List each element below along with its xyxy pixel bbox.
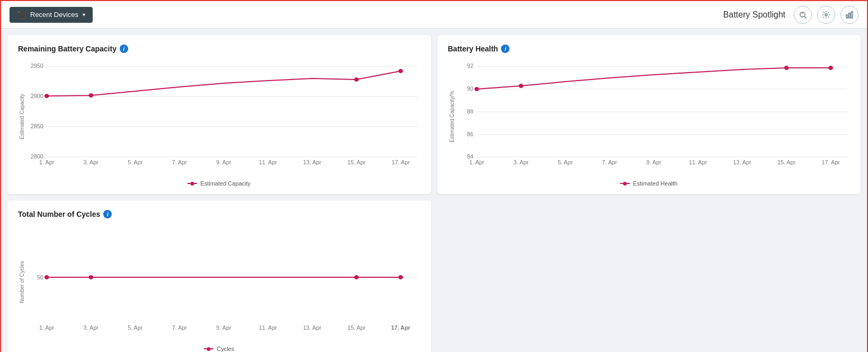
svg-text:17. Apr: 17. Apr [391,160,410,165]
battery-health-legend: Estimated Health [448,180,851,187]
recent-devices-label: Recent Devices [30,11,78,19]
svg-text:84: 84 [467,154,473,160]
svg-point-51 [828,66,833,70]
svg-text:13. Apr: 13. Apr [733,160,751,165]
svg-text:11. Apr: 11. Apr [259,325,278,331]
svg-point-2 [825,14,827,16]
svg-text:1. Apr: 1. Apr [39,160,55,165]
battery-health-info-icon[interactable]: i [501,45,509,53]
svg-text:15. Apr: 15. Apr [347,325,366,331]
svg-point-67 [398,275,403,279]
header: ⬛ Recent Devices ▾ Battery Spotlight [1,1,867,29]
svg-text:88: 88 [467,109,473,115]
remaining-capacity-title: Remaining Battery Capacity i [18,45,420,53]
svg-text:Estimated Capacity/%: Estimated Capacity/% [449,91,454,143]
svg-text:7. Apr: 7. Apr [172,325,187,331]
svg-point-27 [398,69,403,73]
svg-point-24 [44,94,49,98]
remaining-capacity-legend: Estimated Capacity [18,180,420,187]
svg-point-26 [354,77,359,82]
svg-point-50 [784,66,789,70]
battery-spotlight-title: Battery Spotlight [723,10,785,20]
svg-text:Number of Cycles: Number of Cycles [19,261,24,303]
svg-point-66 [354,275,359,279]
total-cycles-info-icon[interactable]: i [103,210,112,218]
svg-text:3. Apr: 3. Apr [84,160,99,165]
svg-text:11. Apr: 11. Apr [259,160,278,165]
svg-text:5. Apr: 5. Apr [128,325,143,331]
svg-text:9. Apr: 9. Apr [216,325,231,331]
recent-devices-button[interactable]: ⬛ Recent Devices ▾ [10,7,93,23]
svg-point-49 [518,84,523,88]
svg-point-65 [88,275,93,279]
svg-text:17. Apr: 17. Apr [821,160,840,165]
svg-text:11. Apr: 11. Apr [688,160,707,165]
svg-text:9. Apr: 9. Apr [646,160,661,165]
svg-text:2800: 2800 [31,154,43,160]
header-right: Battery Spotlight [723,6,858,24]
svg-point-64 [44,275,49,279]
total-cycles-svg: Number of Cycles 50 1. Apr 3. Apr 5. Apr… [18,224,420,340]
battery-health-chart-area: Estimated Capacity/% 92 90 88 86 84 1. A… [448,58,851,177]
remaining-capacity-info-icon[interactable]: i [120,45,128,53]
svg-text:9. Apr: 9. Apr [216,160,231,165]
svg-rect-4 [849,13,851,17]
svg-text:1. Apr: 1. Apr [39,325,55,331]
remaining-capacity-svg: Estimated Capacity 2950 2900 2850 2800 1… [18,58,420,175]
svg-text:5. Apr: 5. Apr [558,160,573,165]
svg-text:3. Apr: 3. Apr [84,325,99,331]
svg-text:Estimated Capacity: Estimated Capacity [19,93,24,139]
search-icon [799,11,807,19]
svg-point-48 [474,87,479,91]
svg-text:7. Apr: 7. Apr [602,160,617,165]
bar-chart-icon [845,11,854,19]
svg-text:3. Apr: 3. Apr [513,160,529,165]
svg-text:50: 50 [37,275,43,280]
svg-point-25 [88,93,93,98]
svg-text:1. Apr: 1. Apr [469,160,485,165]
device-icon: ⬛ [17,11,26,19]
svg-text:92: 92 [467,63,473,69]
settings-icon-button[interactable] [817,6,835,24]
settings-icon [822,11,830,19]
chevron-down-icon: ▾ [83,12,85,17]
remaining-capacity-chart-area: Estimated Capacity 2950 2900 2850 2800 1… [18,58,420,177]
svg-text:2850: 2850 [31,124,43,129]
total-cycles-title: Total Number of Cycles i [18,210,420,218]
battery-health-title: Battery Health i [448,45,851,53]
empty-card [437,200,861,352]
chart-icon-button[interactable] [840,6,858,24]
total-cycles-legend: Cycles [18,346,420,352]
svg-text:15. Apr: 15. Apr [777,160,795,165]
battery-health-svg: Estimated Capacity/% 92 90 88 86 84 1. A… [448,58,851,175]
svg-rect-5 [851,12,853,18]
svg-text:86: 86 [467,131,473,137]
svg-text:13. Apr: 13. Apr [303,325,321,331]
search-icon-button[interactable] [794,6,812,24]
svg-text:2900: 2900 [31,93,43,99]
svg-text:17. Apr: 17. Apr [391,325,410,331]
svg-text:15. Apr: 15. Apr [347,160,366,165]
svg-text:2950: 2950 [31,63,43,69]
main-grid: Remaining Battery Capacity i Estimated C… [1,29,867,352]
battery-health-card: Battery Health i Estimated Capacity/% 92… [437,35,861,194]
total-cycles-card: Total Number of Cycles i Number of Cycle… [7,200,431,352]
svg-text:5. Apr: 5. Apr [128,160,143,165]
svg-rect-3 [846,15,848,18]
total-cycles-chart-area: Number of Cycles 50 1. Apr 3. Apr 5. Apr… [18,224,420,342]
svg-text:13. Apr: 13. Apr [303,160,321,165]
svg-text:90: 90 [467,86,473,92]
remaining-capacity-card: Remaining Battery Capacity i Estimated C… [7,35,431,194]
svg-text:7. Apr: 7. Apr [172,160,187,165]
svg-line-1 [804,16,807,19]
